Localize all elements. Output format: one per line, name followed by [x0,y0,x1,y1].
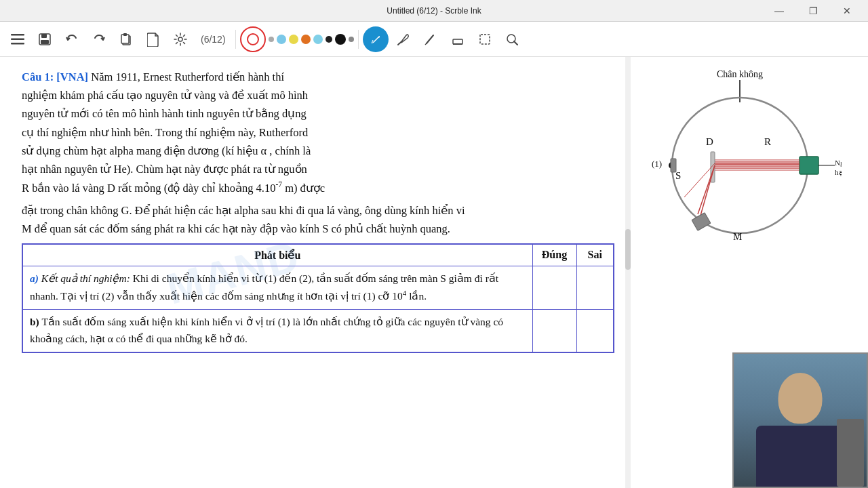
table-row-a: a) Kết quả thí nghiệm: Khi di chuyển kín… [22,266,614,310]
close-button[interactable]: ✕ [831,0,863,22]
svg-rect-2 [11,43,24,45]
lasso-button[interactable] [473,27,497,52]
cell-b-sai [576,310,614,352]
question-text-1: Năm 1911, Ernest Rutherford tiến hành th… [91,70,284,83]
toolbar: (6/12) [0,22,868,57]
color-dot-small-gray[interactable] [269,37,274,42]
menu-button[interactable] [5,27,30,52]
row-a-text2: lần. [406,290,427,302]
row-b-text: Tần suất đốm sáng xuất hiện khi kính hiể… [30,316,503,344]
row-a-label: a) [30,272,39,284]
settings-button[interactable] [168,27,193,52]
label-D: D [706,136,713,147]
person-chair [837,419,864,487]
lasso-icon [478,33,492,46]
undo-button[interactable] [60,27,84,52]
pencil-icon [424,33,437,46]
svg-rect-15 [480,35,490,44]
document-button[interactable] [141,27,165,52]
titlebar-title: Untitled (6/12) - Scrble Ink [0,6,868,16]
eraser-button[interactable] [446,27,470,52]
cell-a-content: a) Kết quả thí nghiệm: Khi di chuyển kín… [22,266,532,310]
main-area: MAND Câu 1: [VNA] Năm 1911, Ernest Ruthe… [0,57,868,488]
question-text-8: đặt trong chân không G. Để phát hiện các… [22,204,465,217]
save-icon [38,33,52,46]
highlighter-icon [397,33,410,46]
svg-line-10 [398,43,399,45]
color-dot-black-large[interactable] [335,34,346,45]
svg-rect-13 [453,39,462,44]
document-icon [147,32,159,47]
cell-a-dung [532,266,576,310]
label-hat-alpha: hạt alpha [835,168,842,177]
label-1: (1) [652,159,662,169]
svg-rect-0 [11,34,24,36]
svg-line-11 [427,35,433,43]
active-color-selector[interactable] [240,26,266,52]
question-text-3: nguyên tử mới có tên mô hình hành tinh n… [22,107,307,120]
webcam-background [734,354,867,487]
color-dot-black-small[interactable] [326,36,332,43]
titlebar-controls: — ❐ ✕ [764,0,863,22]
menu-icon [11,34,24,45]
pen-icon [370,33,382,45]
header-phatbieu: Phát biểu [22,244,532,266]
table-row-b: b) Tần suất đốm sáng xuất hiện khi kính … [22,310,614,352]
separator-1 [235,30,236,49]
row-a-italic: Kết quả thí nghiệm: [41,272,130,284]
color-dot-cyan[interactable] [313,35,323,44]
save-button[interactable] [33,27,57,52]
maximize-button[interactable]: ❐ [797,0,829,22]
color-dot-orange[interactable] [301,35,311,44]
paste-button[interactable] [114,27,138,52]
active-color-dot [247,33,259,45]
scrollbar[interactable] [625,57,631,488]
webcam-overlay [732,352,868,488]
redo-button[interactable] [87,27,111,52]
svg-rect-5 [41,40,49,44]
highlighter-button[interactable] [391,27,416,52]
question-label: Câu 1: [22,70,54,83]
label-chan-khong: Chân không [717,69,763,79]
header-sai: Sai [576,244,614,266]
minimize-button[interactable]: — [764,0,795,22]
svg-line-12 [425,43,427,45]
question-paragraph-2: đặt trong chân không G. Để phát hiện các… [22,201,614,238]
question-text-9: M để quan sát các đốm sáng phát ra khi c… [22,222,450,235]
question-text-2: nghiệm khám phá cấu tạo nguyên tử vàng v… [22,89,308,102]
svg-rect-1 [11,38,24,40]
color-dot-light-blue[interactable] [277,35,286,44]
question-text-4: cụ thí nghiệm như hình bên. Trong thí ng… [22,126,308,139]
pen-tool-button[interactable] [363,26,389,52]
zoom-icon [505,33,519,46]
undo-icon [65,33,79,46]
question-text-5: sử dụng chùm hạt alpha mang điện dương (… [22,144,311,157]
svg-rect-4 [41,34,47,38]
question-vna: [VNA] [56,70,88,83]
person-head [778,373,823,424]
pencil-button[interactable] [418,27,443,52]
row-b-label: b) [30,316,39,327]
scrollbar-thumb[interactable] [625,229,631,270]
person-shirt [756,426,844,487]
rutherford-diagram: Chân không D R S M (1) [638,65,842,248]
svg-rect-8 [123,33,127,36]
color-dot-yellow[interactable] [289,35,298,44]
question-paragraph: Câu 1: [VNA] Năm 1911, Ernest Rutherford… [22,68,614,197]
cell-b-dung [532,310,576,352]
settings-icon [174,33,187,46]
color-dot-gray-small[interactable] [349,37,354,42]
table-header-row: Phát biểu Đúng Sai [22,244,614,266]
right-panel: Chân không D R S M (1) [631,57,868,488]
svg-point-19 [672,98,808,233]
label-nguon-phat: Nguồn phát [835,159,842,167]
content-area: MAND Câu 1: [VNA] Năm 1911, Ernest Ruthe… [0,57,631,488]
page-indicator: (6/12) [195,34,231,45]
scattered-beam-2 [701,165,715,216]
header-dung: Đúng [532,244,576,266]
svg-line-17 [514,41,517,45]
question-text-7b: m) được [282,182,325,195]
paste-icon [119,33,133,46]
cell-b-content: b) Tần suất đốm sáng xuất hiện khi kính … [22,310,532,352]
zoom-button[interactable] [500,27,524,52]
